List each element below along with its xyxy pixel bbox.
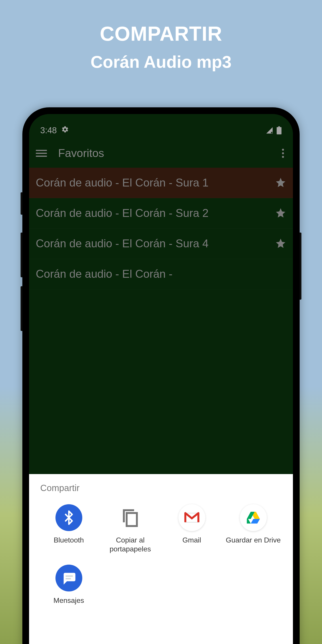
gear-icon	[61, 126, 69, 135]
bluetooth-icon	[56, 504, 82, 531]
share-target-drive[interactable]: Guardar en Drive	[225, 504, 282, 554]
star-icon[interactable]	[275, 238, 286, 250]
app-bar: Favoritos	[29, 139, 293, 168]
drive-icon	[240, 504, 267, 531]
app-title: Favoritos	[58, 147, 282, 160]
share-target-label: Mensajes	[54, 596, 84, 605]
phone-screen: 3:48 Favoritos	[29, 114, 293, 644]
battery-icon	[276, 126, 282, 135]
favorites-list: Corán de audio - El Corán - Sura 1 Corán…	[29, 168, 293, 289]
hamburger-icon[interactable]	[36, 150, 47, 157]
share-target-gmail[interactable]: Gmail	[163, 504, 220, 554]
phone-side-button	[20, 286, 22, 331]
share-target-label: Copiar al portapapeles	[102, 536, 159, 554]
svg-rect-2	[66, 575, 73, 577]
status-bar: 3:48	[29, 114, 293, 139]
share-sheet-title: Compartir	[40, 483, 282, 493]
list-item[interactable]: Corán de audio - El Corán -	[29, 259, 293, 289]
phone-side-button	[300, 232, 302, 300]
copy-icon	[117, 504, 144, 531]
share-target-label: Bluetooth	[54, 536, 84, 544]
phone-side-button	[20, 192, 22, 215]
star-icon[interactable]	[275, 177, 286, 189]
more-vertical-icon[interactable]	[282, 149, 286, 158]
phone-body: 3:48 Favoritos	[22, 107, 300, 644]
phone-frame: 3:48 Favoritos	[22, 107, 300, 644]
list-item-label: Corán de audio - El Corán - Sura 4	[36, 236, 275, 251]
share-sheet: Compartir Bluetooth Copiar al portapapel…	[29, 474, 293, 644]
share-target-label: Gmail	[182, 536, 201, 544]
svg-rect-0	[126, 513, 137, 526]
list-item[interactable]: Corán de audio - El Corán - Sura 2	[29, 198, 293, 228]
gmail-icon	[178, 504, 205, 531]
star-icon[interactable]	[275, 207, 286, 219]
svg-rect-3	[66, 578, 71, 580]
phone-side-button	[20, 232, 22, 277]
list-item-label: Corán de audio - El Corán - Sura 1	[36, 176, 275, 190]
list-item-label: Corán de audio - El Corán -	[36, 267, 286, 281]
share-target-messages[interactable]: Mensajes	[40, 564, 97, 605]
share-target-bluetooth[interactable]: Bluetooth	[40, 504, 97, 554]
promo-text: COMPARTIR Corán Audio mp3	[0, 0, 322, 72]
share-grid: Bluetooth Copiar al portapapeles Gmail	[40, 504, 282, 605]
promo-title: COMPARTIR	[0, 22, 322, 46]
promo-subtitle: Corán Audio mp3	[0, 52, 322, 72]
messages-icon	[56, 564, 82, 592]
list-item[interactable]: Corán de audio - El Corán - Sura 1	[29, 168, 293, 198]
share-target-label: Guardar en Drive	[226, 536, 281, 544]
signal-icon	[266, 126, 273, 135]
list-item[interactable]: Corán de audio - El Corán - Sura 4	[29, 228, 293, 259]
share-target-copy[interactable]: Copiar al portapapeles	[102, 504, 159, 554]
list-item-label: Corán de audio - El Corán - Sura 2	[36, 206, 275, 220]
status-time: 3:48	[40, 126, 57, 135]
